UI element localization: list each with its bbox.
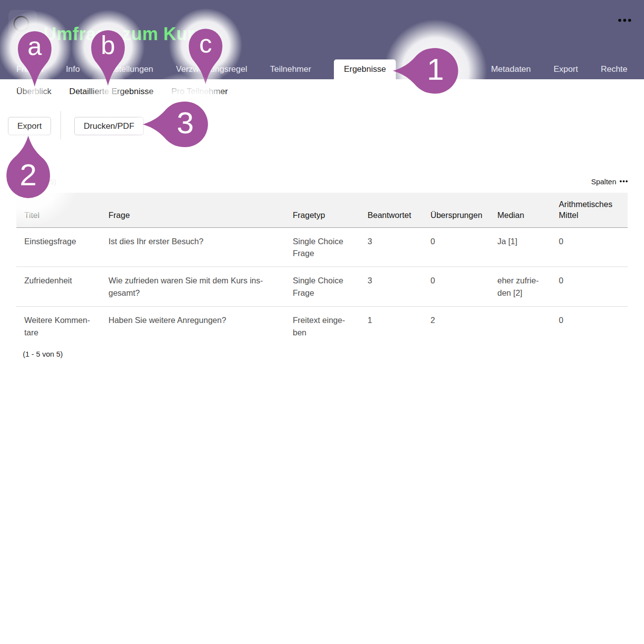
pin-icon (143, 102, 208, 147)
tab-teilnehmer[interactable]: Teilnehmer (270, 59, 311, 79)
cell-median: eher zufrie­den [2] (489, 267, 551, 307)
cell-median (489, 307, 551, 346)
tab-export[interactable]: Export (554, 59, 578, 79)
columns-menu-icon (620, 180, 628, 182)
pagination-bottom: (1 - 5 von 5) (23, 350, 628, 358)
cell-mittel: 0 (551, 227, 628, 267)
column-header-frage: Frage (101, 193, 285, 227)
column-header-uebersprungen: Übersprungen (423, 193, 489, 227)
cell-mittel: 0 (551, 307, 628, 346)
marker-label: 2 (20, 157, 37, 192)
cell-fragetyp: Freitext einge­ben (285, 307, 360, 346)
cell-uebersprungen: 2 (423, 307, 489, 346)
marker-label: 3 (177, 105, 194, 140)
cell-uebersprungen: 0 (423, 227, 489, 267)
table-meta-row: (1 - 5 von 5) Spalten (16, 176, 628, 186)
cell-titel: Weitere Kommen­tare (16, 307, 101, 346)
cell-beantwortet: 3 (360, 227, 423, 267)
marker-label: c (199, 29, 212, 58)
cell-titel: Einstiegsfrage (16, 227, 101, 267)
column-header-median: Median (489, 193, 551, 227)
cell-frage: Haben Sie weitere Anregungen? (101, 307, 285, 346)
table-row: Zufriedenheit Wie zufrieden waren Sie mi… (16, 267, 628, 307)
cell-beantwortet: 1 (360, 307, 423, 346)
cell-frage: Ist dies Ihr erster Besuch? (101, 227, 285, 267)
cell-mittel: 0 (551, 267, 628, 307)
results-table: Titel Frage Fragetyp Beantwortet Überspr… (16, 193, 628, 346)
columns-selector-label: Spalten (591, 177, 616, 186)
table-row: Weitere Kommen­tare Haben Sie weitere An… (16, 307, 628, 346)
cell-fragetyp: Single Choice Frage (285, 227, 360, 267)
marker-label: 1 (427, 52, 444, 87)
tab-rechte[interactable]: Rechte (601, 59, 628, 79)
column-header-arithmetisches-mittel: Arithmetisches Mittel (551, 193, 628, 227)
marker-label: a (28, 31, 42, 61)
pin-icon (393, 48, 458, 94)
cell-beantwortet: 3 (360, 267, 423, 307)
cell-fragetyp: Single Choice Frage (285, 267, 360, 307)
marker-label: b (101, 30, 115, 60)
column-header-beantwortet: Beantwortet (360, 193, 423, 227)
cell-median: Ja [1] (489, 227, 551, 267)
table-row: Einstiegsfrage Ist dies Ihr erster Besuc… (16, 227, 628, 267)
cell-titel: Zufriedenheit (16, 267, 101, 307)
cell-uebersprungen: 0 (423, 267, 489, 307)
more-actions-icon[interactable] (618, 19, 631, 22)
results-table-section: (1 - 5 von 5) Spalten Titel Frage Fraget… (16, 176, 628, 358)
table-header-row: Titel Frage Fragetyp Beantwortet Überspr… (16, 193, 628, 227)
column-header-fragetyp: Fragetyp (285, 193, 360, 227)
columns-selector-button[interactable]: Spalten (591, 177, 628, 186)
tab-metadaten[interactable]: Metadaten (491, 59, 531, 79)
cell-frage: Wie zufrieden waren Sie mit dem Kurs ins… (101, 267, 285, 307)
